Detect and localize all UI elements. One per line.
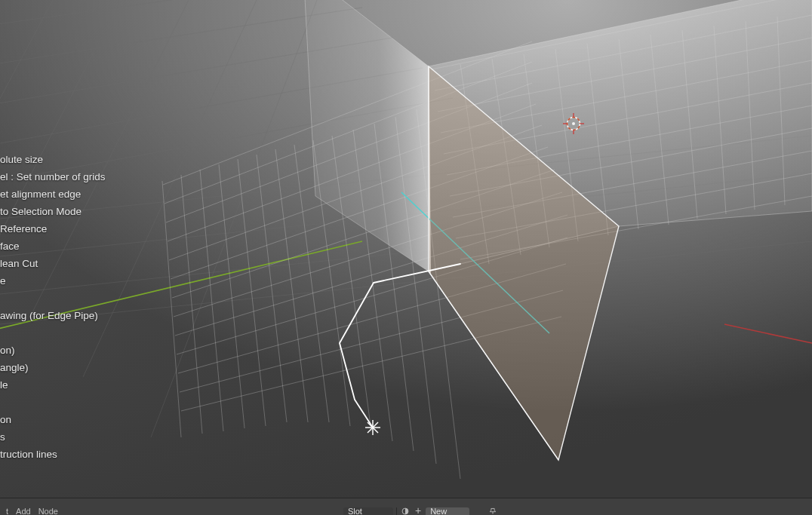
help-line: awing (for Edge Pipe) xyxy=(0,307,106,324)
help-line: to Selection Mode xyxy=(0,203,106,220)
help-line: on xyxy=(0,411,106,428)
help-line: on) xyxy=(0,342,106,359)
pin-icon[interactable] xyxy=(488,507,498,515)
help-line: angle) xyxy=(0,359,106,376)
menu-item-1[interactable]: t xyxy=(3,507,11,515)
help-line: el : Set number of grids xyxy=(0,168,106,185)
3d-viewport[interactable] xyxy=(0,0,812,515)
help-line: Reference xyxy=(0,220,106,238)
menu-item-node[interactable]: Node xyxy=(35,507,61,515)
add-button[interactable]: + xyxy=(412,507,424,515)
help-line: le xyxy=(0,376,106,394)
tool-help-overlay: olute sizeel : Set number of gridset ali… xyxy=(0,151,106,463)
editor-header-strip: t Add Node Slot + New xyxy=(0,498,812,515)
help-line: e xyxy=(0,272,106,290)
help-line: et alignment edge xyxy=(0,185,106,203)
shading-icon[interactable] xyxy=(400,507,411,515)
editor-header[interactable]: t Add Node Slot + New xyxy=(0,507,812,515)
svg-point-68 xyxy=(572,122,575,125)
help-line: face xyxy=(0,238,106,255)
help-line: truction lines xyxy=(0,446,106,463)
help-line: s xyxy=(0,428,106,446)
draw-cursor-icon xyxy=(365,420,380,435)
help-line: lean Cut xyxy=(0,255,106,272)
slot-selector[interactable]: Slot xyxy=(343,507,393,515)
help-line: olute size xyxy=(0,151,106,168)
new-button[interactable]: New xyxy=(426,507,469,515)
menu-item-add[interactable]: Add xyxy=(13,507,34,515)
